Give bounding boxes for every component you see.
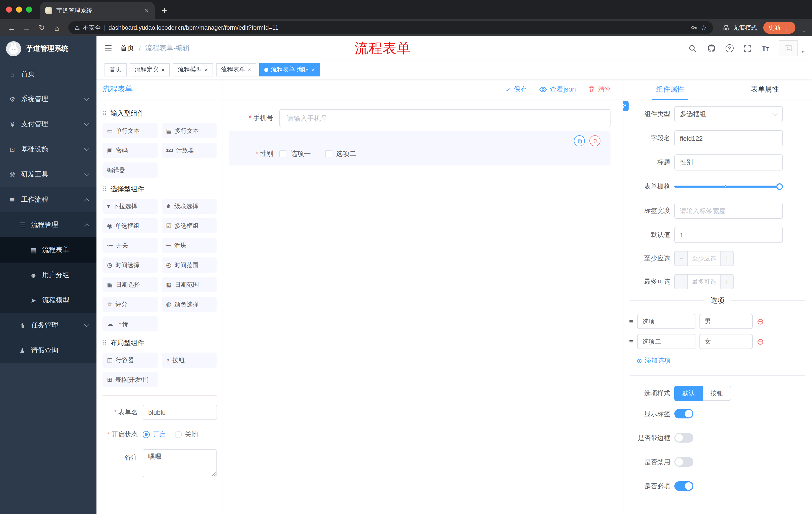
form-name-input[interactable] (143, 405, 217, 420)
add-option-button[interactable]: ⊕ 添加选项 (637, 356, 671, 365)
style-default-button[interactable]: 默认 (674, 386, 703, 401)
palette-item-button[interactable]: ⌖ 按钮 (162, 353, 216, 368)
required-toggle[interactable] (674, 481, 693, 491)
status-off-radio[interactable]: 关闭 (175, 430, 198, 439)
sidebar-item-dev-tools[interactable]: ⚒ 研发工具 (0, 162, 96, 187)
sidebar-item-process-form[interactable]: ▤ 流程表单 (0, 237, 96, 263)
reload-icon[interactable]: ↻ (35, 23, 48, 32)
breadcrumb-home[interactable]: 首页 (120, 44, 135, 53)
avatar[interactable] (779, 40, 798, 56)
tag-process-form[interactable]: 流程表单 × (216, 63, 256, 76)
browser-menu-icon[interactable]: ⋮ (784, 24, 790, 31)
tag-close-icon[interactable]: × (312, 66, 315, 73)
sidebar-item-user-group[interactable]: ☻ 用户分组 (0, 263, 96, 288)
bookmark-star-icon[interactable]: ☆ (700, 24, 707, 32)
sidebar-item-process-mgmt[interactable]: ☰ 流程管理 (0, 212, 96, 237)
browser-update-button[interactable]: 更新 ⋮ (763, 22, 795, 34)
palette-item-single-line-text[interactable]: ▭ 单行文本 (103, 123, 157, 138)
palette-item-time-picker[interactable]: ◷ 时间选择 (103, 258, 157, 273)
tag-home[interactable]: 首页 (105, 63, 127, 76)
show-label-toggle[interactable] (674, 409, 693, 418)
tag-process-form-edit[interactable]: 流程表单-编辑 × (259, 63, 320, 76)
palette-item-upload[interactable]: ☁ 上传 (103, 316, 157, 331)
plus-button[interactable]: + (720, 251, 733, 266)
tab-form-props[interactable]: 表单属性 (718, 79, 812, 100)
save-button[interactable]: ✓ 保存 (505, 85, 527, 94)
new-tab-button[interactable]: + (162, 5, 167, 16)
copy-component-button[interactable] (574, 135, 585, 146)
browser-tab[interactable]: 芋道管理系统 × (40, 2, 155, 19)
option1-label-input[interactable] (637, 314, 695, 329)
palette-item-password[interactable]: ▣ 密码 (103, 143, 157, 158)
delete-component-button[interactable] (589, 135, 601, 146)
help-icon[interactable]: ? (725, 44, 733, 52)
sidebar-item-home[interactable]: ⌂ 首页 (0, 61, 96, 86)
slider-handle[interactable] (776, 183, 783, 190)
min-select-input[interactable] (688, 251, 720, 266)
sidebar-item-system-mgmt[interactable]: ⚙ 系统管理 (0, 86, 96, 112)
window-close-button[interactable] (6, 6, 12, 12)
view-json-button[interactable]: 查看json (539, 85, 576, 94)
component-type-select[interactable]: 多选框组 (674, 106, 783, 122)
tag-process-model[interactable]: 流程模型 × (173, 63, 213, 76)
option1-value-input[interactable] (699, 314, 753, 329)
font-size-icon[interactable]: TT (761, 44, 769, 53)
palette-item-editor[interactable]: 编辑器 (103, 162, 157, 178)
phone-input[interactable] (279, 109, 610, 127)
checkbox-box[interactable] (279, 151, 286, 157)
minus-button[interactable]: − (675, 275, 688, 289)
plus-button[interactable]: + (720, 275, 733, 289)
tab-close-icon[interactable]: × (144, 6, 150, 15)
tag-close-icon[interactable]: × (204, 66, 208, 73)
palette-item-rate[interactable]: ☆ 评分 (103, 297, 157, 312)
option2-label-input[interactable] (637, 334, 695, 349)
forward-icon[interactable]: → (20, 23, 33, 32)
gender-option1-checkbox[interactable]: 选项一 (279, 150, 311, 158)
window-minimize-button[interactable] (16, 6, 22, 12)
palette-item-time-range[interactable]: ◴ 时间范围 (162, 258, 216, 273)
sidebar-item-process-model[interactable]: ➤ 流程模型 (0, 288, 96, 313)
status-on-radio[interactable]: 开启 (143, 430, 166, 439)
clear-button[interactable]: 清空 (588, 85, 611, 94)
palette-item-table[interactable]: ⊞ 表格[开发中] (103, 372, 157, 387)
address-bar[interactable]: ⚠ 不安全 | dashboard.yudao.iocoder.cn/bpm/m… (68, 21, 713, 34)
palette-item-select[interactable]: ▾ 下拉选择 (103, 199, 157, 214)
window-zoom-button[interactable] (26, 6, 32, 12)
disabled-toggle[interactable] (674, 457, 693, 467)
palette-item-color-picker[interactable]: ◍ 颜色选择 (162, 297, 216, 312)
remove-option-icon[interactable]: ⊖ (757, 337, 764, 346)
search-icon[interactable] (688, 44, 697, 53)
sidebar-item-leave-query[interactable]: ♟ 请假查询 (0, 338, 96, 363)
option2-value-input[interactable] (699, 334, 753, 349)
minus-button[interactable]: − (675, 251, 688, 266)
sidebar-logo[interactable]: 芋道管理系统 (0, 36, 96, 61)
avatar-caret-icon[interactable]: ▾ (802, 49, 804, 54)
palette-item-date-picker[interactable]: ▦ 日期选择 (103, 277, 157, 292)
max-select-input[interactable] (688, 275, 720, 289)
style-button-button[interactable]: 按钮 (703, 386, 731, 401)
remove-option-icon[interactable]: ⊖ (757, 317, 764, 326)
title-input[interactable] (674, 154, 783, 170)
form-remark-textarea[interactable]: 嘿嘿 (143, 449, 216, 477)
fullscreen-icon[interactable] (743, 44, 752, 53)
field-name-input[interactable] (674, 130, 783, 146)
sidebar-item-payment-mgmt[interactable]: ¥ 支付管理 (0, 112, 96, 137)
password-key-icon[interactable] (690, 24, 697, 31)
label-width-input[interactable] (674, 203, 783, 219)
home-icon[interactable]: ⌂ (50, 23, 63, 32)
tag-close-icon[interactable]: × (161, 66, 165, 73)
palette-item-switch[interactable]: ⊶ 开关 (103, 238, 157, 253)
grid-slider[interactable] (674, 179, 783, 195)
tab-component-props[interactable]: 组件属性 (623, 79, 718, 100)
toolbar-caret-icon[interactable]: ⌄ (802, 27, 806, 33)
palette-item-multi-line-text[interactable]: ▤ 多行文本 (162, 123, 216, 138)
palette-item-counter[interactable]: 123 计数器 (162, 143, 216, 158)
sidebar-item-task-mgmt[interactable]: ⋔ 任务管理 (0, 313, 96, 338)
palette-item-date-range[interactable]: ▩ 日期范围 (162, 277, 216, 292)
tag-process-definition[interactable]: 流程定义 × (129, 63, 170, 76)
sidebar-collapse-icon[interactable]: ☰ (105, 43, 112, 54)
link-icon[interactable] (623, 101, 629, 111)
palette-item-radio-group[interactable]: ◉ 单选框组 (103, 218, 157, 233)
sidebar-item-infrastructure[interactable]: ⊡ 基础设施 (0, 137, 96, 162)
palette-item-row-container[interactable]: ◫ 行容器 (103, 353, 157, 368)
